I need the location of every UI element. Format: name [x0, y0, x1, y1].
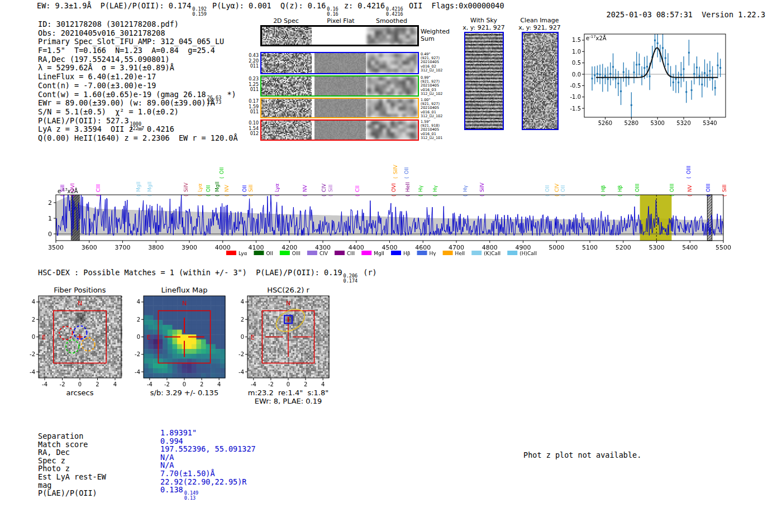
fiber-positions-canvas: [24, 291, 126, 389]
hscdex-match-line: HSC-DEX : Possible Matches = 1 (within +…: [38, 269, 377, 283]
info-line: EWr = 89.00(±39.00) (w: 89.00(±39.00))Å: [38, 99, 238, 108]
header-summary-line: EW: 9.3±1.9Å P(LAE)/P(OII): 0.1740.1920.…: [37, 2, 504, 16]
text-segment: RA,Dec (197.552414,55.090801): [38, 55, 170, 64]
text-segment: HSC-DEX : Possible Matches = 1 (within +…: [38, 268, 342, 277]
hsc-ewr-caption: EWr: 8, PLAE: 0.19: [255, 397, 322, 405]
text-segment: Q(0.00) HeII(1640) z = 2.2306 EW r = 120…: [38, 133, 238, 142]
text-segment: F=1.5" T=0.166 N=1.23 A=0.84 g=25.4: [38, 46, 215, 55]
text-segment: Cont(w) = 1.60(±0.65)e-19 (gmag 26.18: [38, 90, 206, 99]
info-line: Cont(n) = -7.00(±3.00)e-19: [38, 82, 238, 90]
info-line: Primary Spec_Slot_IFU_AMP: 312_045_065_L…: [38, 37, 238, 46]
spec2d-row-weights: 0.17 1.59 011: [246, 99, 259, 115]
line-fit-plot-canvas: [567, 25, 735, 132]
withsky-coords: x, y: 921, 927: [462, 24, 504, 31]
text-segment: (r): [359, 268, 377, 277]
text-segment: LineFlux = 6.40(±1.20)e-17: [38, 72, 156, 81]
info-line: LyA z = 3.3594 OII z = 0.4216: [38, 125, 238, 134]
info-line: Cont(w) = 1.60(±0.65)e-19 (gmag 26.1826.…: [38, 90, 238, 99]
info-line: LineFlux = 6.40(±1.20)e-17: [38, 73, 238, 82]
text-segment: z: 0.4216: [340, 1, 385, 10]
withsky-image-canvas: [464, 32, 504, 130]
hsc-cutout-canvas: [233, 291, 333, 389]
text-segment: LyA z = 3.3594 OII z = 0.4216: [38, 124, 174, 133]
match-field-value: 1.89391": [160, 428, 197, 437]
spec2d-row-weights: 0.43 2.20 011: [246, 53, 259, 69]
spec2d-row-canvas: [260, 119, 419, 141]
hsc-mag-caption: m:23.2 re:1.4" s:1.8": [248, 389, 328, 397]
match-table-row: Separation1.89391": [38, 429, 256, 437]
clean-image-title: Clean Image: [520, 17, 559, 24]
spec2d-header-pixelflat: Pixel Flat: [327, 17, 354, 25]
match-field-label: Est LyA rest-EW: [38, 473, 160, 482]
text-segment: ID: 3012178208 (3012178208.pdf): [38, 20, 179, 28]
match-field-value: 197.552396, 55.091327: [160, 444, 256, 453]
text-segment: EWr = 89.00(±39.00) (w: 89.00(±39.00))Å: [38, 98, 215, 107]
text-segment: EW: 9.3±1.9Å P(LAE)/P(OII): 0.174: [37, 1, 191, 10]
spec2d-row-canvas: [260, 75, 419, 97]
text-segment: *): [222, 90, 236, 99]
catalog-match-table: Separation1.89391"Match score0.994RA, De…: [38, 429, 256, 494]
match-field-value: 7.70(±1.50)Å: [160, 469, 215, 478]
sub-value: 0.4216: [386, 12, 403, 17]
elixer-report-page: EW: 9.3±1.9Å P(LAE)/P(OII): 0.1740.1920.…: [0, 0, 782, 532]
info-line: Obs: 20210405v016_3012178208: [38, 29, 238, 38]
spec2d-row-info: 0.49" (921, 927) 20210405 v016_02 312_LU…: [421, 52, 442, 73]
match-field-value: N/A: [160, 461, 174, 469]
spec2d-row-weights: 0.23 1.25 011: [246, 76, 259, 93]
info-line: S/N = 5.1(±0.5) χ² = 1.0(±0.2): [38, 108, 238, 117]
text-segment: Primary Spec_Slot_IFU_AMP: 312_045_065_L…: [38, 37, 224, 46]
text-segment: P(LAE)/P(OII): 527.3: [38, 116, 129, 125]
sup-sub-values: 0.160.16: [327, 7, 338, 16]
sup-sub-values: 0.2060.174: [344, 274, 358, 283]
info-line: λ = 5299.62Å σ = 3.91(±0.89)Å: [38, 64, 238, 73]
lineflux-sb-caption: s/b: 3.29 +/- 0.135: [150, 389, 218, 397]
match-field-value: 22.92(22.90,22.95)R: [160, 477, 246, 486]
spec2d-row-info: 1.59" (921, 918) 20210405 v016_01 312_LU…: [421, 120, 442, 140]
spec2d-row-weights: 0.10 1.54 012: [246, 121, 259, 137]
match-field-value: 0.138: [160, 485, 183, 494]
spec2d-header-2dspec: 2D Spec: [273, 17, 299, 25]
spec2d-header-smoothed: Smoothed: [376, 17, 407, 25]
spec2d-row-info: 1.00" (921, 927) 20210405 v016_01 312_LU…: [421, 98, 442, 118]
sup-sub-values: 0.1490.13: [184, 491, 199, 500]
info-line: RA,Dec (197.552414,55.090801): [38, 55, 238, 64]
text-segment: P(Lyα): 0.001 Q(z): 0.16: [208, 1, 326, 10]
info-line: ID: 3012178208 (3012178208.pdf): [38, 20, 238, 29]
text-segment: Obs: 20210405v016_3012178208: [38, 28, 165, 37]
text-segment: S/N = 5.1(±0.5) χ² = 1.0(±0.2): [38, 107, 179, 116]
sup-sub-values: 0.42160.4216: [386, 7, 403, 16]
text-segment: Cont(n) = -7.00(±3.00)e-19: [38, 81, 156, 90]
info-line: F=1.5" T=0.166 N=1.23 A=0.84 g=25.4: [38, 46, 238, 55]
header-meta-gap: [693, 10, 702, 19]
main-spectrum-canvas: [22, 150, 737, 264]
fiber-positions-xlabel: arcsecs: [66, 389, 94, 397]
text-segment: OII Flags:0x00000040: [404, 1, 504, 10]
spec2d-row-info: Weighted Sum: [421, 28, 450, 42]
sub-value: 0.174: [344, 279, 358, 284]
sub-value: 0.159: [192, 12, 207, 17]
text-segment: λ = 5299.62Å σ = 3.91(±0.89)Å: [38, 63, 174, 72]
photz-unavailable-note: Phot z plot not available.: [523, 451, 641, 460]
info-line: P(LAE)/P(OII): 527.31000122.7: [38, 117, 238, 126]
match-field-label: P(LAE)/P(OII): [38, 489, 160, 498]
spec2d-row-canvas: [260, 52, 419, 74]
header-meta: 2025-01-03 08:57:31 Version 1.22.3: [588, 2, 765, 28]
lineflux-map-canvas: [129, 291, 230, 389]
match-field-value: 0.994: [160, 437, 183, 445]
spec2d-row-canvas: [260, 98, 419, 118]
detection-info-block: ID: 3012178208 (3012178208.pdf)Obs: 2021…: [38, 20, 238, 143]
spec2d-row-canvas: [260, 25, 419, 46]
sup-sub-values: 0.1920.159: [192, 7, 207, 16]
clean-image-canvas: [522, 32, 559, 130]
spec2d-row-info: 0.99" (921, 927) 20210405 v016_03 312_LU…: [421, 76, 442, 96]
sub-value: 0.16: [327, 12, 338, 17]
sub-value: 0.13: [184, 496, 199, 501]
info-line: Q(0.00) HeII(1640) z = 2.2306 EW r = 120…: [38, 134, 238, 143]
report-datetime: 2025-01-03 08:57:31: [607, 10, 693, 19]
clean-image-coords: x, y: 921, 927: [518, 24, 560, 31]
withsky-title: With Sky: [470, 17, 497, 24]
match-field-value: N/A: [160, 453, 174, 462]
report-version: Version 1.22.3: [702, 10, 765, 19]
